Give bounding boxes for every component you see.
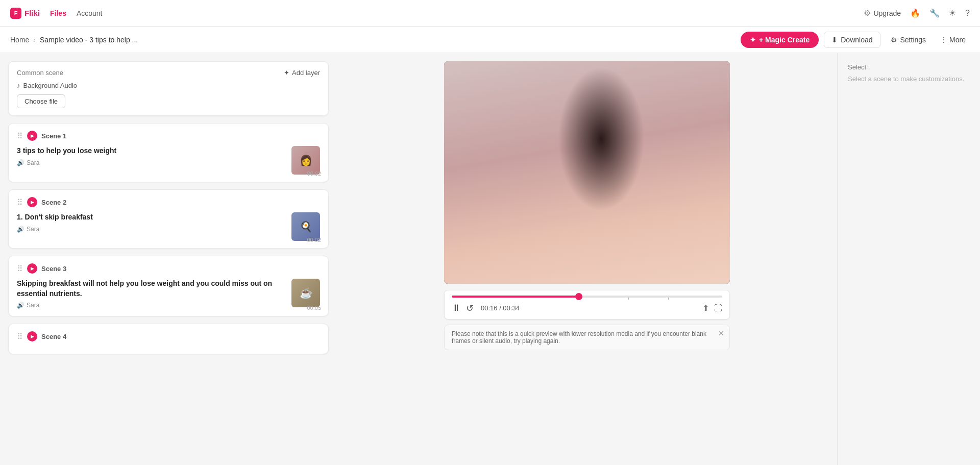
scene-4-name: Scene 4	[41, 333, 66, 340]
scene-4-card: ⠿ ▶ Scene 4	[8, 324, 329, 354]
fullscreen-icon: ⛶	[714, 304, 722, 312]
drag-handle-3[interactable]: ⠿	[17, 264, 23, 274]
scene-3-name: Scene 3	[41, 265, 66, 273]
scene-2-card: ⠿ ▶ Scene 2 1. Don't skip breakfast 🔊 Sa…	[8, 189, 329, 249]
notice-bar: Please note that this is a quick preview…	[444, 325, 730, 350]
scene-2-text: 1. Don't skip breakfast 🔊 Sara	[17, 212, 286, 233]
breadcrumb-actions: ✦ + Magic Create ⬇ Download ⚙ Settings ⋮…	[741, 32, 970, 48]
drag-handle-2[interactable]: ⠿	[17, 198, 23, 207]
drag-handle-1[interactable]: ⠿	[17, 131, 23, 141]
right-panel: Select : Select a scene to make customiz…	[837, 53, 980, 465]
fire-icon[interactable]: 🔥	[910, 8, 920, 18]
marker-2	[668, 298, 669, 300]
scene-2-title: 1. Don't skip breakfast	[17, 212, 286, 223]
common-scene-card: Common scene ✦ Add layer ♪ Background Au…	[8, 61, 329, 116]
logo-icon-text: F	[14, 10, 18, 16]
breadcrumb-home[interactable]: Home	[10, 36, 29, 44]
pause-button[interactable]: ⏸	[452, 303, 461, 313]
narrator-icon-1: 🔊	[17, 159, 24, 166]
download-button[interactable]: ⬇ Download	[824, 32, 880, 48]
scene-3-narrator: 🔊 Sara	[17, 302, 286, 309]
scene-2-name: Scene 2	[41, 199, 66, 206]
right-panel-empty-text: Select a scene to make customizations.	[848, 75, 970, 83]
play-icon-4[interactable]: ▶	[27, 331, 37, 341]
video-container: Eating at regular times	[444, 61, 730, 284]
scene-2-duration: 00:02	[307, 237, 321, 243]
nav-right: ⚙ Upgrade 🔥 🔧 ☀ ?	[864, 8, 970, 18]
scene-3-narrator-name: Sara	[27, 302, 39, 309]
settings-icon: ⚙	[891, 36, 897, 44]
center-panel: Eating at regular times ⏸ ↺ 00:16 / 0	[337, 53, 837, 465]
breadcrumb-current: Sample video - 3 tips to help ...	[40, 36, 138, 44]
progress-filled	[452, 296, 579, 298]
scene-3-card: ⠿ ▶ Scene 3 Skipping breakfast will not …	[8, 256, 329, 316]
scene-1-content: 3 tips to help you lose weight 🔊 Sara 👩	[17, 146, 320, 175]
scene-3-thumb[interactable]: ☕	[291, 279, 320, 307]
narrator-icon-2: 🔊	[17, 226, 24, 233]
scene-1-header: ⠿ ▶ Scene 1	[17, 131, 320, 141]
main-layout: Common scene ✦ Add layer ♪ Background Au…	[0, 53, 980, 465]
settings-button[interactable]: ⚙ Settings	[886, 32, 932, 47]
share-icon: ⬆	[702, 304, 709, 312]
add-layer-label: Add layer	[292, 69, 320, 77]
progress-track[interactable]	[452, 296, 722, 298]
select-label: Select :	[848, 63, 970, 71]
magic-create-icon: ✦	[750, 36, 756, 44]
left-panel: Common scene ✦ Add layer ♪ Background Au…	[0, 53, 337, 465]
player-controls: ⏸ ↺ 00:16 / 00:34 ⬆ ⛶	[444, 290, 730, 320]
help-icon[interactable]: ?	[965, 9, 970, 18]
scene-3-duration: 00:05	[307, 305, 321, 311]
logo: F Fliki	[10, 8, 40, 19]
scene-3-title: Skipping breakfast will not help you los…	[17, 279, 286, 299]
replay-button[interactable]: ↺	[466, 303, 474, 314]
fullscreen-button[interactable]: ⛶	[714, 304, 722, 313]
notice-text: Please note that this is a quick preview…	[452, 330, 722, 345]
breadcrumb-separator: ›	[33, 36, 36, 44]
share-button[interactable]: ⬆	[702, 303, 709, 313]
upgrade-icon: ⚙	[864, 8, 871, 18]
more-label: More	[949, 36, 966, 44]
scene-2-narrator: 🔊 Sara	[17, 226, 286, 233]
magic-create-button[interactable]: ✦ + Magic Create	[741, 32, 819, 48]
scene-1-narrator: 🔊 Sara	[17, 159, 286, 166]
video-background	[444, 61, 730, 284]
nav-files-link[interactable]: Files	[50, 9, 66, 17]
video-preview: Eating at regular times	[444, 61, 730, 284]
scene-2-header: ⠿ ▶ Scene 2	[17, 197, 320, 207]
progress-thumb[interactable]	[575, 293, 582, 300]
play-icon-3[interactable]: ▶	[27, 263, 37, 274]
breadcrumb-bar: Home › Sample video - 3 tips to help ...…	[0, 27, 980, 53]
scene-1-text: 3 tips to help you lose weight 🔊 Sara	[17, 146, 286, 166]
play-icon-1[interactable]: ▶	[27, 131, 37, 141]
replay-icon: ↺	[466, 303, 474, 314]
choose-file-button[interactable]: Choose file	[17, 94, 65, 108]
add-layer-button[interactable]: ✦ Add layer	[284, 69, 320, 77]
narrator-icon-3: 🔊	[17, 302, 24, 309]
logo-text: Fliki	[24, 9, 40, 17]
bg-audio-row: ♪ Background Audio	[17, 82, 320, 89]
more-button[interactable]: ⋮ More	[936, 32, 970, 47]
settings-label: Settings	[900, 36, 926, 44]
scene-1-narrator-name: Sara	[27, 159, 39, 166]
scene-2-narrator-name: Sara	[27, 226, 39, 233]
upgrade-button[interactable]: ⚙ Upgrade	[864, 8, 901, 18]
scene-1-title: 3 tips to help you lose weight	[17, 146, 286, 156]
upgrade-label: Upgrade	[873, 9, 901, 17]
notice-close-button[interactable]: ✕	[718, 329, 724, 337]
more-icon: ⋮	[940, 36, 947, 44]
brightness-icon[interactable]: ☀	[949, 8, 956, 18]
scene-1-card: ⠿ ▶ Scene 1 3 tips to help you lose weig…	[8, 123, 329, 182]
scene-2-content: 1. Don't skip breakfast 🔊 Sara 🍳	[17, 212, 320, 241]
drag-handle-4[interactable]: ⠿	[17, 332, 23, 341]
nav-account-link[interactable]: Account	[77, 9, 103, 17]
pause-icon: ⏸	[452, 303, 461, 313]
marker-1	[628, 298, 629, 300]
tools-icon[interactable]: 🔧	[929, 8, 940, 18]
controls-row: ⏸ ↺ 00:16 / 00:34 ⬆ ⛶	[452, 303, 722, 314]
magic-create-label: + Magic Create	[759, 36, 810, 44]
music-note-icon: ♪	[17, 82, 20, 89]
scene-3-header: ⠿ ▶ Scene 3	[17, 263, 320, 274]
top-nav: F Fliki Files Account ⚙ Upgrade 🔥 🔧 ☀ ?	[0, 0, 980, 27]
play-icon-2[interactable]: ▶	[27, 197, 37, 207]
scene-3-content: Skipping breakfast will not help you los…	[17, 279, 320, 309]
